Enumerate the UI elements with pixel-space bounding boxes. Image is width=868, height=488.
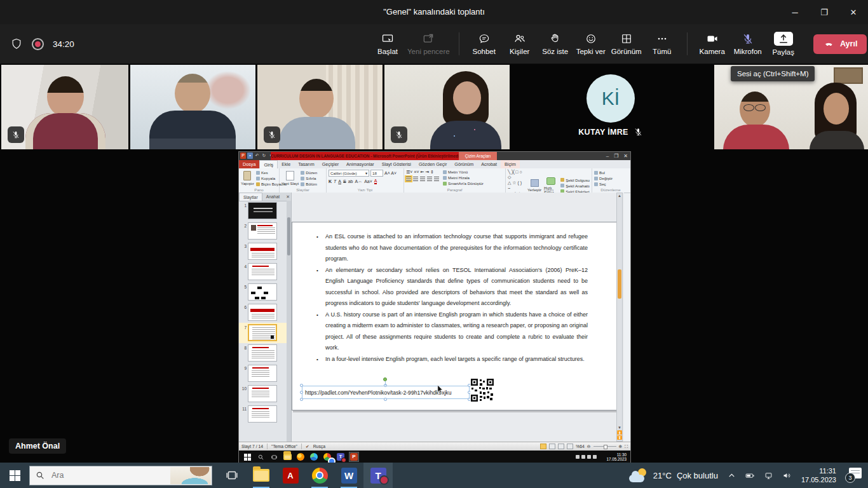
search-input[interactable] <box>50 470 148 480</box>
participant-video-3[interactable] <box>257 65 383 149</box>
slide-thumb-7-selected[interactable]: 7 <box>239 323 287 343</box>
find-button[interactable]: Bul <box>594 170 627 175</box>
tab-animasyonlar[interactable]: Animasyonlar <box>342 160 378 168</box>
list-indent-buttons[interactable]: ☰˅ ≡˅ ⇤ ⇥ ⇕ <box>406 170 439 175</box>
font-color-button[interactable]: A <box>374 179 377 184</box>
shared-chrome-icon[interactable] <box>323 452 332 461</box>
tab-acrobat[interactable]: Acrobat <box>477 160 501 168</box>
rotation-handle[interactable] <box>383 377 387 381</box>
taskbar-search[interactable] <box>29 466 212 485</box>
teams-button-active[interactable]: T <box>363 463 393 488</box>
tab-slayt-gosterisi[interactable]: Slayt Gösterisi <box>378 160 415 168</box>
shared-task-view-icon[interactable] <box>269 452 278 461</box>
padlet-url-textbox[interactable]: https://padlet.com/YevhenPlotnikov/task-… <box>302 386 470 399</box>
more-actions-button[interactable]: Tümü <box>646 26 678 62</box>
tab-tasarim[interactable]: Tasarım <box>294 160 318 168</box>
minimize-button[interactable]: ─ <box>780 0 810 24</box>
people-button[interactable]: Kişiler <box>504 26 536 62</box>
word-button[interactable]: W <box>334 463 363 488</box>
text-direction-button[interactable]: Metin Yönü <box>443 170 484 174</box>
panel-close-icon[interactable]: ✕ <box>283 193 292 201</box>
align-center-button[interactable] <box>413 177 418 181</box>
align-text-button[interactable]: Metni Hizala <box>443 175 484 180</box>
view-button[interactable]: Görünüm <box>611 26 642 62</box>
slide-scrollbar[interactable]: ▲ ▼ ⏫ ⏬ <box>616 193 623 442</box>
fit-to-window-button[interactable]: ⛶ <box>625 444 628 449</box>
participant-avatar[interactable]: Kİ <box>587 74 635 123</box>
layout-button[interactable]: Düzen <box>301 170 317 175</box>
ppt-close-button[interactable]: ✕ <box>623 153 628 159</box>
align-left-button[interactable] <box>406 177 411 181</box>
slide-thumb-9[interactable]: 9 <box>239 363 287 384</box>
tab-gecisler[interactable]: Geçişler <box>318 160 342 168</box>
smartart-button[interactable]: SmartArt'a Dönüştür <box>443 181 484 186</box>
participant-video-1[interactable] <box>1 65 128 149</box>
close-button[interactable]: ✕ <box>839 0 868 24</box>
ppt-minimize-button[interactable]: – <box>606 153 609 159</box>
slideshow-view-button[interactable] <box>567 444 573 449</box>
react-button[interactable]: Tepki ver <box>575 26 607 62</box>
zoom-out-button[interactable]: ⊖ <box>587 444 591 449</box>
network-icon[interactable] <box>763 471 774 480</box>
shared-powerpoint-icon-active[interactable]: P <box>349 452 358 461</box>
chat-button[interactable]: Sohbet <box>468 26 500 62</box>
taskbar-clock[interactable]: 11:31 17.05.2023 <box>801 466 836 484</box>
shared-firefox-icon[interactable] <box>296 452 305 461</box>
file-explorer-button[interactable] <box>247 463 276 488</box>
tab-anahat-panel[interactable]: Anahat <box>262 193 284 201</box>
tab-bicim[interactable]: Biçim <box>501 160 520 168</box>
language-indicator[interactable]: Rusça <box>313 444 325 449</box>
zoom-slider[interactable] <box>593 446 616 447</box>
slide-thumb-2[interactable]: 2 <box>239 221 287 241</box>
shared-search-icon[interactable] <box>256 452 265 461</box>
save-icon[interactable]: ▪ <box>247 152 253 159</box>
align-right-button[interactable] <box>420 177 425 181</box>
slide-thumb-3[interactable]: 3 <box>239 241 287 262</box>
new-slide-button[interactable]: Yeni Slayt <box>281 170 299 187</box>
leave-button[interactable]: Ayrıl <box>813 34 867 54</box>
shared-teams-icon[interactable]: T <box>336 452 345 461</box>
camera-button[interactable]: Kamera <box>696 26 728 62</box>
acrobat-button[interactable]: A <box>276 463 305 488</box>
underline-button[interactable]: A <box>338 179 341 184</box>
drawing-tools-context-tab[interactable]: Çizim Araçları <box>459 152 497 160</box>
tab-gozden-gecir[interactable]: Gözden Geçir <box>415 160 451 168</box>
italic-button[interactable]: T <box>334 179 336 184</box>
replace-button[interactable]: Değiştir <box>594 176 627 180</box>
share-button[interactable]: Paylaş <box>768 26 799 62</box>
slide-thumb-10[interactable]: 10 <box>239 384 287 404</box>
weather-widget[interactable]: 21°C Çok bulutlu <box>629 468 718 482</box>
tab-gorunum[interactable]: Görünüm <box>451 160 477 168</box>
tray-chevron-icon[interactable] <box>727 471 736 480</box>
redo-icon[interactable]: ↻ <box>261 152 267 159</box>
grow-shrink-font-buttons[interactable]: A˄ A˅ <box>384 171 397 175</box>
slide-thumb-1[interactable]: 1 <box>239 201 287 221</box>
strikethrough-button[interactable]: S <box>343 179 346 184</box>
slide-thumb-11[interactable]: 11 <box>239 404 287 424</box>
action-center-button[interactable]: 3 <box>845 468 862 483</box>
slide-sorter-view-button[interactable] <box>549 444 555 449</box>
shadow-button[interactable]: ab <box>348 179 353 184</box>
reset-button[interactable]: Sıfırla <box>301 176 317 180</box>
participant-video-2[interactable] <box>130 65 255 149</box>
raise-hand-button[interactable]: Söz iste <box>539 26 571 62</box>
shared-edge-icon[interactable] <box>309 452 318 461</box>
slide-thumb-8[interactable]: 8 <box>239 343 287 363</box>
bold-button[interactable]: K <box>329 179 332 184</box>
participant-video-4[interactable] <box>384 65 510 149</box>
tab-slaytlar-panel[interactable]: Slaytlar <box>239 193 262 201</box>
character-spacing-button[interactable]: A⇔ <box>355 179 362 184</box>
slide-thumb-4[interactable]: 4 <box>239 262 287 282</box>
shared-file-explorer-icon[interactable] <box>283 452 292 461</box>
ppt-restore-button[interactable]: ❐ <box>614 153 618 159</box>
slide-thumb-5[interactable]: 5 <box>239 282 287 302</box>
tab-giris[interactable]: Giriş <box>259 160 278 168</box>
restore-button[interactable]: ❐ <box>810 0 839 24</box>
thumbnails-scrollbar[interactable] <box>287 201 291 442</box>
tab-ekle[interactable]: Ekle <box>278 160 294 168</box>
normal-view-button[interactable] <box>540 444 546 449</box>
chrome-button[interactable] <box>305 463 334 488</box>
font-size-select[interactable]: 18 <box>370 170 383 177</box>
paste-button[interactable]: Yapıştır <box>241 170 254 187</box>
shared-clock[interactable]: 11:30 17.05.2023 <box>606 452 627 462</box>
